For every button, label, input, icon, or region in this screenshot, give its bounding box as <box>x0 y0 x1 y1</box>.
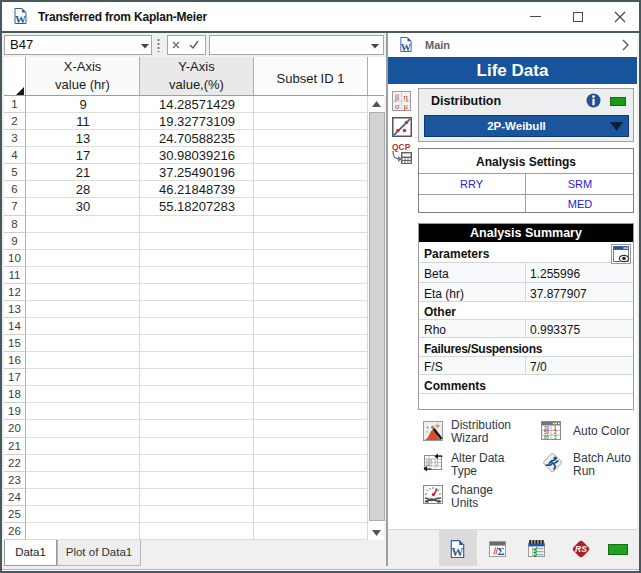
svg-text:μ: μ <box>404 101 409 111</box>
svg-text:Σ: Σ <box>498 546 505 557</box>
svg-text:W: W <box>451 545 464 558</box>
svg-text:W: W <box>401 42 412 52</box>
svg-text:W: W <box>15 13 26 25</box>
svg-text:σ: σ <box>395 101 400 111</box>
svg-text:RS: RS <box>575 544 587 554</box>
svg-text:65: 65 <box>544 435 550 440</box>
